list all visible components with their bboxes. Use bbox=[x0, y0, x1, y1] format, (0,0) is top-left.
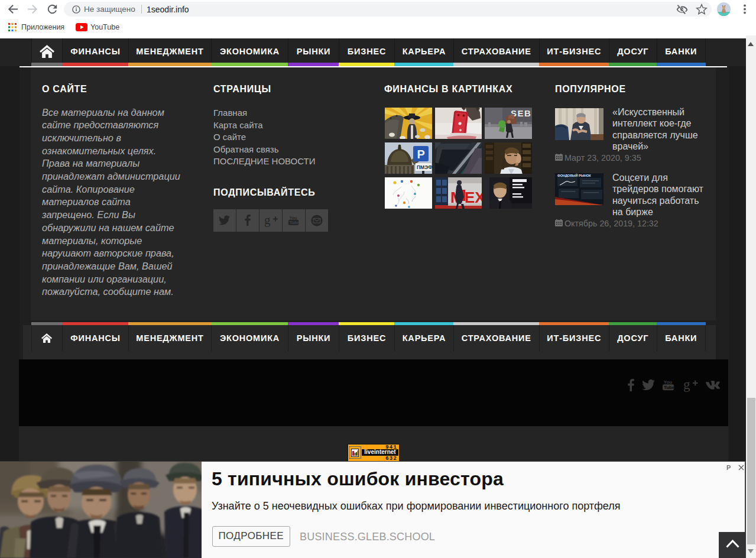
svg-text:Tube: Tube bbox=[290, 220, 299, 225]
svg-text:g: g bbox=[683, 378, 690, 392]
svg-text:You: You bbox=[664, 379, 672, 384]
svg-text:You: You bbox=[290, 215, 297, 220]
svg-text:ФОНДОВЫЙ РЫНОК: ФОНДОВЫЙ РЫНОК bbox=[557, 173, 591, 177]
svg-text:P: P bbox=[417, 148, 425, 161]
svg-text:ПМЭФ: ПМЭФ bbox=[417, 164, 432, 170]
svg-text:Tube: Tube bbox=[664, 385, 675, 390]
svg-text:g: g bbox=[264, 214, 271, 227]
